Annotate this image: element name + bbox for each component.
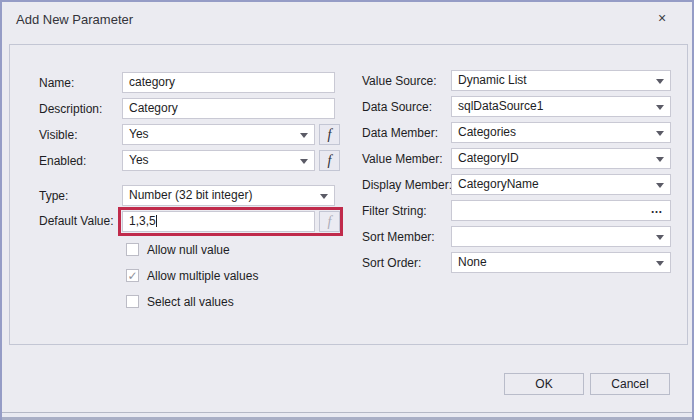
cancel-button[interactable]: Cancel (590, 373, 670, 395)
dialog-title: Add New Parameter (16, 12, 133, 27)
value-source-label: Value Source: (362, 74, 437, 88)
value-source-dropdown[interactable]: Dynamic List (451, 70, 671, 91)
chevron-down-icon (656, 261, 664, 266)
allow-null-value-checkbox[interactable] (126, 243, 139, 256)
enabled-expression-button[interactable]: f (319, 150, 340, 171)
visible-expression-button[interactable]: f (319, 124, 340, 145)
name-input[interactable]: category (122, 72, 335, 93)
description-label: Description: (39, 102, 102, 116)
sort-member-label: Sort Member: (362, 230, 435, 244)
visible-dropdown[interactable]: Yes (122, 124, 315, 145)
value-member-dropdown[interactable]: CategoryID (451, 148, 671, 169)
chevron-down-icon (300, 159, 308, 164)
enabled-label: Enabled: (39, 154, 86, 168)
chevron-down-icon (656, 79, 664, 84)
close-icon[interactable]: × (650, 6, 674, 30)
enabled-dropdown[interactable]: Yes (122, 150, 315, 171)
value-member-label: Value Member: (362, 152, 442, 166)
ok-button[interactable]: OK (504, 373, 584, 395)
chevron-down-icon (656, 131, 664, 136)
chevron-down-icon (320, 194, 328, 199)
data-source-label: Data Source: (362, 100, 432, 114)
allow-multiple-values-label: Allow multiple values (147, 269, 258, 283)
default-value-label: Default Value: (39, 214, 114, 228)
allow-multiple-values-checkbox[interactable]: ✓ (126, 269, 139, 282)
name-label: Name: (39, 76, 74, 90)
add-new-parameter-dialog: Add New Parameter × Name: category Descr… (0, 0, 694, 420)
description-input[interactable]: Category (122, 98, 335, 119)
default-value-input[interactable]: 1,3,5 (122, 211, 315, 232)
sort-order-label: Sort Order: (362, 256, 421, 270)
visible-label: Visible: (39, 128, 77, 142)
type-dropdown[interactable]: Number (32 bit integer) (122, 185, 335, 206)
sort-order-dropdown[interactable]: None (451, 252, 671, 273)
chevron-down-icon (656, 157, 664, 162)
select-all-values-label: Select all values (147, 295, 234, 309)
chevron-down-icon (656, 235, 664, 240)
chevron-down-icon (656, 183, 664, 188)
default-value-expression-button[interactable]: f (319, 211, 340, 232)
filter-string-label: Filter String: (362, 204, 427, 218)
filter-string-input[interactable]: … (451, 200, 671, 221)
text-caret (156, 215, 157, 227)
default-value-highlight: 1,3,5 f (118, 207, 343, 236)
display-member-dropdown[interactable]: CategoryName (451, 174, 671, 195)
function-icon: f (328, 127, 332, 142)
checkmark-icon: ✓ (127, 270, 138, 282)
ellipsis-button[interactable]: … (648, 201, 666, 220)
sort-member-dropdown[interactable] (451, 226, 671, 247)
type-label: Type: (39, 189, 68, 203)
function-icon: f (328, 153, 332, 168)
chevron-down-icon (656, 105, 664, 110)
data-member-label: Data Member: (362, 126, 438, 140)
allow-null-value-label: Allow null value (147, 243, 230, 257)
function-icon: f (328, 214, 332, 229)
display-member-label: Display Member: (362, 178, 452, 192)
data-member-dropdown[interactable]: Categories (451, 122, 671, 143)
chevron-down-icon (300, 133, 308, 138)
select-all-values-checkbox[interactable] (126, 295, 139, 308)
data-source-dropdown[interactable]: sqlDataSource1 (451, 96, 671, 117)
